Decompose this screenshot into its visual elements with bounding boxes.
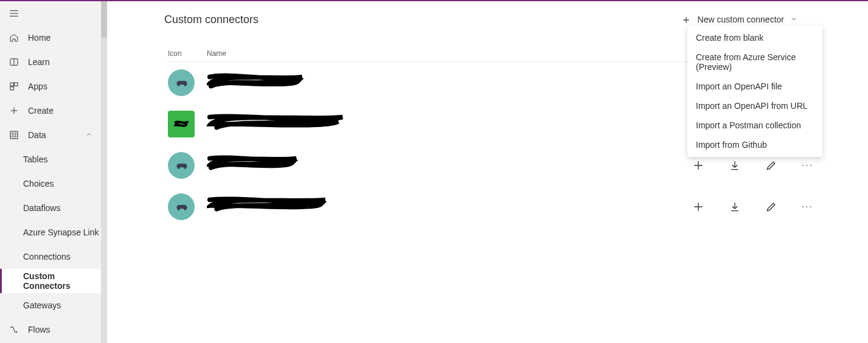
sidebar-label: Home (28, 33, 50, 43)
chevron-up-icon (85, 130, 92, 140)
grid-icon (9, 130, 19, 140)
add-action[interactable] (692, 201, 704, 213)
edit-action[interactable] (765, 201, 777, 213)
edit-action[interactable] (765, 159, 777, 172)
sidebar-item-custom-connectors[interactable]: Custom Connectors (0, 269, 101, 293)
header-icon: Icon (168, 49, 207, 58)
sidebar-item-connections[interactable]: Connections (0, 244, 101, 269)
header-name: Name (207, 49, 643, 58)
svg-rect-3 (15, 83, 18, 86)
menu-create-from-azure-service[interactable]: Create from Azure Service (Preview) (687, 47, 822, 77)
sidebar-label: Create (28, 106, 54, 116)
more-actions[interactable]: ··· (802, 160, 813, 171)
plus-icon (9, 106, 19, 116)
sidebar-label: Flows (28, 325, 50, 334)
connector-name-redacted (207, 111, 643, 137)
redacted-icon (174, 117, 189, 131)
gamepad-icon (174, 199, 189, 214)
book-icon (9, 57, 19, 67)
sidebar-scrollbar[interactable] (101, 1, 107, 343)
sidebar-label: Data (28, 130, 46, 140)
menu-import-openapi-file[interactable]: Import an OpenAPI file (687, 77, 822, 96)
sidebar-label: Connections (23, 252, 71, 262)
sidebar-label: Dataflows (23, 203, 60, 213)
svg-rect-2 (10, 83, 13, 86)
connector-icon (168, 69, 207, 96)
menu-create-from-blank[interactable]: Create from blank (687, 28, 822, 47)
hamburger-menu[interactable] (0, 1, 101, 26)
sidebar-label: Tables (23, 154, 47, 164)
sidebar-label: Custom Connectors (23, 271, 101, 291)
sidebar-item-azure-synapse-link[interactable]: Azure Synapse Link (0, 220, 101, 244)
sidebar-label: Azure Synapse Link (23, 227, 99, 237)
gamepad-icon (174, 75, 189, 90)
connector-name-redacted (207, 153, 643, 178)
new-connector-dropdown: Create from blank Create from Azure Serv… (687, 26, 822, 157)
connector-name-redacted (207, 70, 643, 95)
connector-name-redacted (207, 194, 643, 220)
sidebar-label: Apps (28, 81, 47, 91)
svg-rect-4 (10, 87, 13, 90)
svg-rect-5 (10, 131, 18, 139)
connector-icon (168, 152, 207, 179)
sidebar-label: Gateways (23, 300, 61, 310)
apps-icon (9, 81, 19, 91)
sidebar-item-apps[interactable]: Apps (0, 74, 101, 99)
sidebar-item-choices[interactable]: Choices (0, 172, 101, 196)
hamburger-icon (9, 8, 19, 19)
sidebar: Home Learn Apps Create Data Tables Choic… (0, 1, 107, 343)
connector-icon (168, 193, 207, 220)
sidebar-item-dataflows[interactable]: Dataflows (0, 196, 101, 220)
sidebar-item-create[interactable]: Create (0, 99, 101, 123)
home-icon (9, 33, 19, 43)
new-custom-connector-button[interactable]: ＋ New custom connector (681, 12, 797, 27)
sidebar-item-learn[interactable]: Learn (0, 50, 101, 74)
page-title: Custom connectors (164, 13, 259, 26)
flow-icon (9, 325, 19, 334)
main-content: Custom connectors ＋ New custom connector… (107, 1, 868, 343)
button-label: New custom connector (698, 15, 784, 24)
add-action[interactable] (692, 159, 704, 172)
sidebar-label: Choices (23, 179, 54, 189)
plus-icon: ＋ (681, 12, 692, 27)
sidebar-item-flows[interactable]: Flows (0, 317, 101, 342)
menu-import-github[interactable]: Import from Github (687, 135, 822, 154)
download-action[interactable] (729, 159, 741, 172)
sidebar-item-tables[interactable]: Tables (0, 147, 101, 172)
chevron-down-icon (790, 15, 797, 24)
gamepad-icon (174, 158, 189, 173)
more-actions[interactable]: ··· (802, 201, 813, 212)
table-row: ··· (168, 186, 813, 227)
menu-import-postman[interactable]: Import a Postman collection (687, 116, 822, 135)
connector-icon (168, 111, 207, 137)
download-action[interactable] (729, 201, 741, 213)
sidebar-label: Learn (28, 57, 50, 67)
sidebar-item-home[interactable]: Home (0, 26, 101, 50)
menu-import-openapi-url[interactable]: Import an OpenAPI from URL (687, 96, 822, 116)
sidebar-item-gateways[interactable]: Gateways (0, 293, 101, 317)
sidebar-item-data[interactable]: Data (0, 123, 101, 147)
